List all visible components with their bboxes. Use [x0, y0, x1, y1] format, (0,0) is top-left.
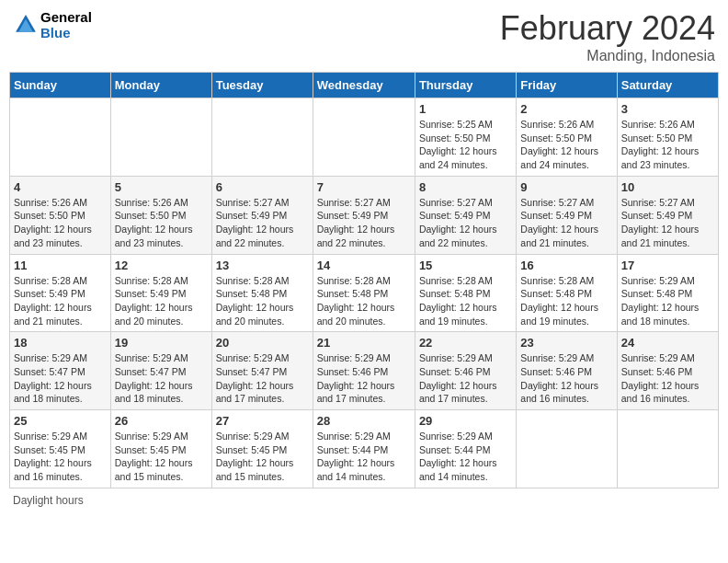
day-number: 27 — [216, 414, 309, 428]
day-number: 15 — [419, 259, 512, 272]
calendar-week-row: 4Sunrise: 5:26 AM Sunset: 5:50 PM Daylig… — [10, 176, 719, 254]
day-detail: Sunrise: 5:26 AM Sunset: 5:50 PM Dayligh… — [115, 196, 208, 250]
calendar-cell: 25Sunrise: 5:29 AM Sunset: 5:45 PM Dayli… — [10, 410, 111, 488]
calendar-cell: 21Sunrise: 5:29 AM Sunset: 5:46 PM Dayli… — [313, 332, 415, 410]
calendar-day-header: Tuesday — [211, 73, 313, 98]
day-number: 1 — [419, 102, 512, 116]
day-number: 26 — [115, 414, 208, 428]
calendar-cell: 16Sunrise: 5:28 AM Sunset: 5:48 PM Dayli… — [517, 254, 617, 332]
day-number: 11 — [14, 259, 107, 272]
day-number: 19 — [115, 336, 208, 350]
calendar-day-header: Friday — [517, 73, 617, 98]
calendar-cell: 22Sunrise: 5:29 AM Sunset: 5:46 PM Dayli… — [415, 332, 516, 410]
day-detail: Sunrise: 5:29 AM Sunset: 5:47 PM Dayligh… — [115, 351, 208, 406]
day-number: 14 — [317, 259, 411, 272]
day-number: 29 — [419, 414, 512, 428]
calendar-cell: 5Sunrise: 5:26 AM Sunset: 5:50 PM Daylig… — [110, 176, 211, 254]
day-number: 13 — [216, 259, 309, 272]
calendar-cell: 4Sunrise: 5:26 AM Sunset: 5:50 PM Daylig… — [10, 176, 111, 254]
day-detail: Sunrise: 5:29 AM Sunset: 5:46 PM Dayligh… — [419, 351, 512, 406]
day-detail: Sunrise: 5:26 AM Sunset: 5:50 PM Dayligh… — [14, 196, 107, 250]
calendar-cell: 3Sunrise: 5:26 AM Sunset: 5:50 PM Daylig… — [617, 98, 718, 177]
calendar-table: SundayMondayTuesdayWednesdayThursdayFrid… — [9, 72, 719, 488]
day-number: 12 — [115, 259, 208, 272]
calendar-day-header: Thursday — [415, 73, 516, 98]
calendar-cell: 1Sunrise: 5:25 AM Sunset: 5:50 PM Daylig… — [415, 98, 516, 177]
calendar-cell — [10, 98, 111, 177]
day-detail: Sunrise: 5:29 AM Sunset: 5:44 PM Dayligh… — [317, 430, 411, 484]
day-detail: Sunrise: 5:28 AM Sunset: 5:48 PM Dayligh… — [419, 274, 512, 328]
calendar-cell — [110, 98, 211, 177]
day-detail: Sunrise: 5:29 AM Sunset: 5:47 PM Dayligh… — [216, 351, 309, 406]
calendar-week-row: 11Sunrise: 5:28 AM Sunset: 5:49 PM Dayli… — [10, 254, 719, 332]
day-detail: Sunrise: 5:29 AM Sunset: 5:45 PM Dayligh… — [14, 430, 107, 484]
day-number: 21 — [317, 336, 411, 350]
calendar-cell: 18Sunrise: 5:29 AM Sunset: 5:47 PM Dayli… — [10, 332, 111, 410]
day-detail: Sunrise: 5:28 AM Sunset: 5:49 PM Dayligh… — [115, 274, 208, 328]
calendar-cell: 6Sunrise: 5:27 AM Sunset: 5:49 PM Daylig… — [211, 176, 313, 254]
calendar-cell: 28Sunrise: 5:29 AM Sunset: 5:44 PM Dayli… — [313, 410, 415, 488]
day-detail: Sunrise: 5:29 AM Sunset: 5:45 PM Dayligh… — [216, 430, 309, 484]
calendar-cell: 2Sunrise: 5:26 AM Sunset: 5:50 PM Daylig… — [517, 98, 617, 177]
day-detail: Sunrise: 5:25 AM Sunset: 5:50 PM Dayligh… — [419, 118, 512, 172]
day-detail: Sunrise: 5:28 AM Sunset: 5:48 PM Dayligh… — [216, 274, 309, 328]
day-number: 4 — [14, 180, 107, 194]
day-number: 28 — [317, 414, 411, 428]
day-number: 7 — [317, 180, 411, 194]
calendar-week-row: 1Sunrise: 5:25 AM Sunset: 5:50 PM Daylig… — [10, 98, 719, 177]
day-detail: Sunrise: 5:29 AM Sunset: 5:48 PM Dayligh… — [621, 274, 714, 328]
day-detail: Sunrise: 5:28 AM Sunset: 5:48 PM Dayligh… — [317, 274, 411, 328]
calendar-cell: 29Sunrise: 5:29 AM Sunset: 5:44 PM Dayli… — [415, 410, 516, 488]
day-number: 23 — [520, 336, 612, 350]
calendar-cell — [211, 98, 313, 177]
day-detail: Sunrise: 5:27 AM Sunset: 5:49 PM Dayligh… — [621, 196, 714, 250]
day-detail: Sunrise: 5:29 AM Sunset: 5:46 PM Dayligh… — [520, 351, 612, 406]
page-title: February 2024 — [500, 9, 715, 48]
day-number: 6 — [216, 180, 309, 194]
day-number: 5 — [115, 180, 208, 194]
calendar-day-header: Saturday — [617, 73, 718, 98]
calendar-cell: 20Sunrise: 5:29 AM Sunset: 5:47 PM Dayli… — [211, 332, 313, 410]
logo-text-blue: Blue — [40, 25, 92, 40]
calendar-cell: 9Sunrise: 5:27 AM Sunset: 5:49 PM Daylig… — [517, 176, 617, 254]
calendar-day-header: Sunday — [10, 73, 111, 98]
page-header: General Blue February 2024 Manding, Indo… — [9, 9, 719, 64]
day-number: 17 — [621, 259, 714, 272]
day-number: 25 — [14, 414, 107, 428]
calendar-cell: 15Sunrise: 5:28 AM Sunset: 5:48 PM Dayli… — [415, 254, 516, 332]
day-number: 18 — [14, 336, 107, 350]
day-detail: Sunrise: 5:27 AM Sunset: 5:49 PM Dayligh… — [216, 196, 309, 250]
day-detail: Sunrise: 5:27 AM Sunset: 5:49 PM Dayligh… — [520, 196, 612, 250]
calendar-cell — [617, 410, 718, 488]
title-block: February 2024 Manding, Indonesia — [500, 9, 715, 64]
calendar-week-row: 25Sunrise: 5:29 AM Sunset: 5:45 PM Dayli… — [10, 410, 719, 488]
calendar-cell: 27Sunrise: 5:29 AM Sunset: 5:45 PM Dayli… — [211, 410, 313, 488]
day-detail: Sunrise: 5:29 AM Sunset: 5:45 PM Dayligh… — [115, 430, 208, 484]
calendar-cell — [517, 410, 617, 488]
day-number: 20 — [216, 336, 309, 350]
day-number: 2 — [520, 102, 612, 116]
day-number: 22 — [419, 336, 512, 350]
day-number: 8 — [419, 180, 512, 194]
calendar-cell: 23Sunrise: 5:29 AM Sunset: 5:46 PM Dayli… — [517, 332, 617, 410]
footer-note: Daylight hours — [9, 494, 719, 507]
day-detail: Sunrise: 5:26 AM Sunset: 5:50 PM Dayligh… — [621, 118, 714, 172]
calendar-cell: 10Sunrise: 5:27 AM Sunset: 5:49 PM Dayli… — [617, 176, 718, 254]
calendar-day-header: Wednesday — [313, 73, 415, 98]
day-detail: Sunrise: 5:28 AM Sunset: 5:48 PM Dayligh… — [520, 274, 612, 328]
day-number: 9 — [520, 180, 612, 194]
day-number: 16 — [520, 259, 612, 272]
calendar-cell: 7Sunrise: 5:27 AM Sunset: 5:49 PM Daylig… — [313, 176, 415, 254]
calendar-cell: 8Sunrise: 5:27 AM Sunset: 5:49 PM Daylig… — [415, 176, 516, 254]
day-number: 3 — [621, 102, 714, 116]
day-detail: Sunrise: 5:29 AM Sunset: 5:46 PM Dayligh… — [621, 351, 714, 406]
calendar-week-row: 18Sunrise: 5:29 AM Sunset: 5:47 PM Dayli… — [10, 332, 719, 410]
day-detail: Sunrise: 5:29 AM Sunset: 5:47 PM Dayligh… — [14, 351, 107, 406]
page-subtitle: Manding, Indonesia — [500, 48, 715, 64]
day-number: 10 — [621, 180, 714, 194]
calendar-header-row: SundayMondayTuesdayWednesdayThursdayFrid… — [10, 73, 719, 98]
day-number: 24 — [621, 336, 714, 350]
calendar-cell: 12Sunrise: 5:28 AM Sunset: 5:49 PM Dayli… — [110, 254, 211, 332]
calendar-cell: 26Sunrise: 5:29 AM Sunset: 5:45 PM Dayli… — [110, 410, 211, 488]
logo-text-general: General — [40, 9, 92, 25]
